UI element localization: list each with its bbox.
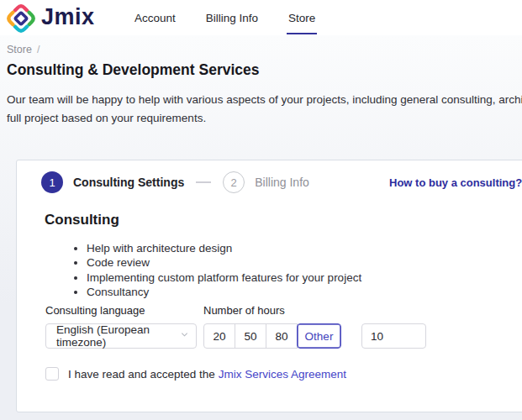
page-description-line1: Our team will be happy to help with vari…	[7, 91, 522, 109]
nav-item-billing-info[interactable]: Billing Info	[206, 0, 258, 35]
page-description: Our team will be happy to help with vari…	[7, 91, 522, 128]
page-title: Consulting & Development Services	[7, 61, 260, 79]
breadcrumb-separator: /	[37, 44, 40, 55]
wizard-steps: 1 Consulting Settings 2 Billing Info	[41, 171, 309, 193]
how-to-buy-link[interactable]: How to buy a consulting? ?	[389, 176, 522, 189]
hours-option-20[interactable]: 20	[203, 323, 235, 349]
agreement-text: I have read and accepted the Jmix Servic…	[68, 368, 346, 381]
page-content: Store/ Consulting & Development Services…	[0, 35, 522, 420]
list-item: Consultancy	[87, 285, 361, 299]
breadcrumb: Store/	[7, 44, 40, 55]
how-to-buy-label: How to buy a consulting?	[389, 176, 522, 189]
nav-item-store[interactable]: Store	[288, 0, 315, 35]
step-1-label: Consulting Settings	[73, 176, 184, 189]
step-2-circle: 2	[223, 171, 245, 193]
main-nav: Account Billing Info Store	[134, 0, 315, 35]
page-description-line2: full project based on your requirements.	[7, 112, 206, 124]
breadcrumb-store-link[interactable]: Store	[7, 44, 32, 55]
hours-option-other[interactable]: Other	[297, 323, 341, 349]
consulting-language-label: Consulting language	[45, 304, 145, 317]
custom-hours-input[interactable]	[361, 323, 426, 349]
agreement-text-static: I have read and accepted the	[68, 368, 215, 381]
step-1-circle: 1	[41, 171, 63, 193]
list-item: Help with architecture design	[87, 241, 361, 255]
hours-option-50[interactable]: 50	[235, 323, 266, 349]
consulting-language-value: English (European timezone)	[56, 323, 172, 349]
list-item: Code review	[87, 255, 361, 270]
list-item: Implementing custom platform features fo…	[87, 270, 361, 285]
hours-option-group: 20 50 80 Other	[203, 323, 341, 349]
top-header: Jmix Account Billing Info Store	[0, 0, 522, 35]
services-agreement-link[interactable]: Jmix Services Agreement	[219, 368, 346, 381]
brand-name: Jmix	[41, 6, 95, 31]
number-of-hours-label: Number of hours	[203, 304, 285, 317]
consulting-card: 1 Consulting Settings 2 Billing Info How…	[16, 160, 522, 412]
nav-item-account[interactable]: Account	[134, 0, 176, 35]
step-connector	[196, 181, 211, 183]
jmix-logo[interactable]: Jmix	[7, 4, 95, 33]
consulting-heading: Consulting	[45, 212, 119, 228]
step-2-label: Billing Info	[255, 176, 309, 189]
consulting-language-select[interactable]: English (European timezone)	[45, 323, 197, 349]
chevron-down-icon	[181, 331, 188, 339]
agreement-row: I have read and accepted the Jmix Servic…	[45, 367, 346, 381]
agreement-checkbox[interactable]	[45, 367, 59, 381]
hours-option-80[interactable]: 80	[266, 323, 298, 349]
consulting-bullet-list: Help with architecture design Code revie…	[71, 241, 361, 299]
jmix-logo-icon	[7, 4, 35, 33]
